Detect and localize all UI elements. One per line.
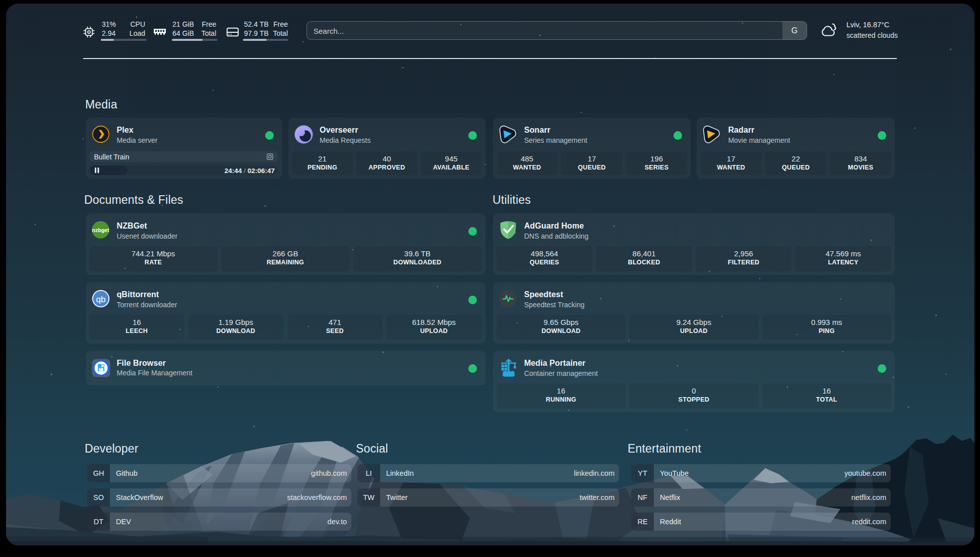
svg-text:qb: qb: [96, 295, 105, 304]
svg-text:nzbget: nzbget: [92, 227, 109, 233]
